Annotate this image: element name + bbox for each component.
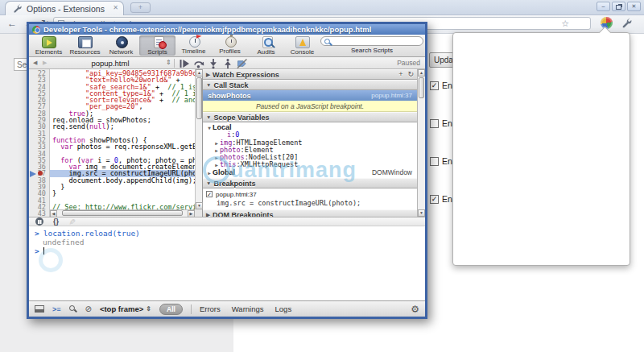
bookmark-star-icon[interactable]: ☆ — [561, 19, 569, 29]
extension-popup — [452, 32, 630, 266]
sidebar-scrollbar[interactable]: ▲ ▼ — [417, 69, 425, 217]
console-drawer[interactable]: >location.reload(true) undefined > — [29, 226, 425, 300]
tab-elements[interactable]: Elements — [31, 35, 67, 56]
dock-icon[interactable] — [35, 305, 44, 313]
frame-selector[interactable]: <top frame> ⇕ — [100, 304, 151, 313]
section-call-stack[interactable]: ▼ Call Stack — [203, 80, 417, 90]
search-scripts-input[interactable] — [320, 36, 423, 46]
tree-arrow-icon[interactable]: ▶ — [206, 169, 213, 176]
code-line[interactable]: document.body.appendChild(img); — [52, 177, 202, 184]
enable-checkbox[interactable]: ✓ — [430, 81, 439, 90]
deactivate-breakpoints-button[interactable] — [237, 59, 248, 68]
section-breakpoints[interactable]: ▼ Breakpoints — [203, 178, 417, 188]
panel-label: Scripts — [147, 48, 167, 56]
tab-close-icon[interactable]: ✕ — [113, 4, 118, 11]
scroll-down-icon[interactable]: ▼ — [196, 202, 203, 209]
minimize-button[interactable]: – — [597, 2, 610, 11]
code-line[interactable]: var photos = req.responseXML.getEle — [52, 143, 202, 150]
scroll-down-icon[interactable]: ▼ — [418, 209, 425, 217]
breakpoint-entry[interactable]: ✓popup.html:37 — [206, 190, 414, 198]
scripts-main-area: 2223242526272829303132333435363738394041… — [29, 69, 425, 217]
panel-label: Audits — [257, 48, 275, 56]
file-dropdown-icon[interactable]: ⇕ — [166, 59, 171, 66]
code-line[interactable]: req.send(null); — [52, 123, 202, 130]
breakpoint-location: popup.html:37 — [216, 191, 257, 198]
scroll-thumb[interactable] — [62, 210, 183, 216]
tab-timeline[interactable]: Timeline — [175, 35, 212, 56]
devtools-titlebar[interactable]: Developer Tools - chrome-extension://pem… — [29, 24, 425, 35]
pause-on-exceptions-icon[interactable] — [35, 217, 43, 226]
tab-resources[interactable]: Resources — [67, 35, 103, 56]
tree-arrow-icon[interactable]: ▶ — [213, 147, 220, 154]
tree-arrow-icon[interactable]: ▶ — [213, 154, 220, 161]
call-stack-frame[interactable]: showPhotospopup.html:37 — [203, 90, 417, 101]
scroll-right-icon[interactable]: ▶ — [188, 210, 195, 217]
section-scope-variables[interactable]: ▼ Scope Variables — [203, 112, 417, 122]
line-number[interactable]: 43 — [29, 210, 49, 217]
restore-button[interactable] — [612, 2, 625, 11]
scroll-up-icon[interactable]: ▲ — [196, 69, 203, 77]
resume-button[interactable] — [179, 59, 190, 68]
enable-checkbox[interactable]: ✓ — [430, 195, 439, 204]
scroll-thumb[interactable] — [196, 77, 202, 119]
browser-tab-bar: Options - Extensions ✕ + – ✕ — [0, 0, 644, 15]
clear-console-icon[interactable]: ⊘ — [85, 304, 92, 314]
new-tab-button[interactable]: + — [130, 2, 151, 13]
wrench-menu-icon[interactable] — [621, 18, 633, 29]
console-prompt-icon: > — [35, 229, 39, 238]
tab-network[interactable]: Network — [103, 35, 139, 56]
tab-scripts[interactable]: Scripts — [139, 35, 175, 56]
add-watch-icon[interactable]: + — [398, 70, 402, 79]
breakpoint-checkbox[interactable]: ✓ — [206, 191, 213, 197]
tree-arrow-icon[interactable]: ▼ — [206, 124, 213, 131]
code-vertical-scrollbar[interactable]: ▲ ▼ — [195, 69, 202, 209]
scroll-thumb[interactable] — [419, 77, 424, 98]
section-dom-breakpoints[interactable]: ▶ DOM Breakpoints — [203, 209, 417, 217]
scroll-up-icon[interactable]: ▲ — [418, 69, 425, 77]
enable-label: Ena — [442, 194, 452, 204]
devtools-panel-toolbar: ElementsResourcesNetworkScriptsTimelineP… — [29, 35, 425, 57]
frame-selector-value: <top frame> — [100, 304, 143, 313]
console-toggle-icon[interactable]: >≡ — [52, 305, 61, 313]
tab-console[interactable]: Console — [284, 35, 320, 56]
back-button[interactable]: ← — [7, 18, 17, 29]
extension-enable-row: ✓Ena — [430, 81, 452, 90]
enable-checkbox[interactable] — [430, 157, 439, 166]
console-prompt-icon: > — [35, 246, 39, 255]
line-number-gutter[interactable]: 2223242526272829303132333435363738394041… — [29, 69, 50, 217]
filter-errors-button[interactable]: Errors — [200, 304, 221, 313]
section-title: DOM Breakpoints — [213, 211, 274, 217]
section-watch-expressions[interactable]: ▶ Watch Expressions + ↻ — [203, 69, 417, 80]
filter-logs-button[interactable]: Logs — [275, 304, 292, 313]
frame-location: popup.html:37 — [371, 92, 412, 99]
scripts-subtoolbar: ◀ ▶ popup.html ⇕ Paused — [29, 57, 425, 69]
update-extensions-button[interactable]: Updat — [429, 52, 455, 68]
filter-all-button[interactable]: All — [159, 304, 183, 315]
file-selector[interactable]: popup.html — [58, 59, 163, 68]
tab-profiles[interactable]: Profiles — [212, 35, 248, 56]
edit-source-icon[interactable]: ✎ — [68, 218, 76, 225]
pretty-print-icon[interactable]: {} — [53, 217, 59, 226]
search-icon[interactable] — [69, 305, 77, 313]
scroll-left-icon[interactable]: ◀ — [50, 210, 57, 217]
filter-warnings-button[interactable]: Warnings — [232, 304, 264, 313]
step-into-button[interactable] — [208, 59, 219, 68]
file-back-icon[interactable]: ◀ — [33, 60, 37, 66]
code-line[interactable]: } — [52, 190, 202, 197]
settings-gear-icon[interactable]: ⚙ — [411, 304, 419, 315]
tree-arrow-icon[interactable]: ▶ — [213, 139, 220, 147]
step-out-button[interactable] — [222, 59, 233, 68]
section-title: Breakpoints — [213, 180, 255, 188]
code-horizontal-scrollbar[interactable]: ◀ ▶ — [50, 209, 195, 217]
step-over-button[interactable] — [193, 59, 204, 68]
scope-section-global[interactable]: ▶GlobalDOMWindow — [203, 169, 417, 176]
close-button[interactable]: ✕ — [627, 2, 641, 11]
source-code[interactable]: "api_key=90485e931f687a9b9c2a "text=hell… — [50, 69, 202, 217]
tab-audits[interactable]: Audits — [248, 35, 284, 56]
console-input-line[interactable]: > — [35, 246, 419, 255]
refresh-watch-icon[interactable]: ↻ — [407, 70, 414, 79]
file-forward-icon[interactable]: ▶ — [43, 60, 47, 66]
tab-options-extensions[interactable]: Options - Extensions ✕ — [5, 1, 124, 15]
code-line[interactable]: } — [52, 184, 202, 190]
enable-checkbox[interactable] — [430, 119, 439, 128]
